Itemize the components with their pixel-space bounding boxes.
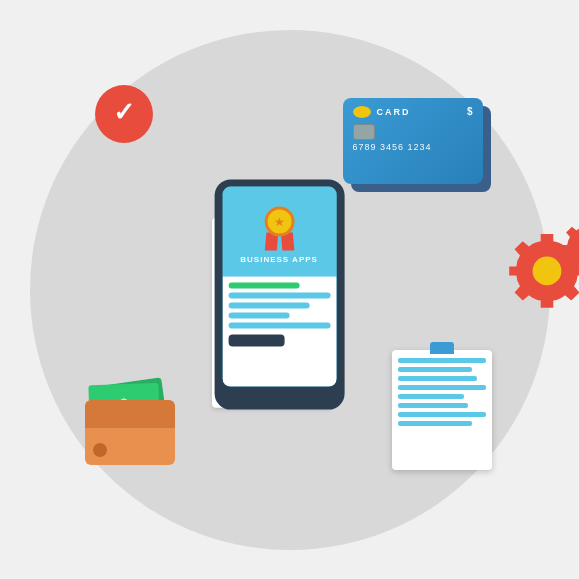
card-label: CARD [377, 107, 411, 117]
gear-small-icon [557, 215, 580, 284]
credit-card-front: CARD $ 6789 3456 1234 [343, 98, 483, 184]
card-oval-icon [353, 106, 371, 118]
checkmark-badge: ✓ [95, 85, 153, 143]
medal-icon: ★ [257, 207, 301, 251]
wallet-flap [85, 400, 175, 428]
doc-line-8 [398, 421, 473, 426]
document [392, 350, 492, 470]
card-number: 6789 3456 1234 [353, 142, 473, 152]
medal-circle: ★ [264, 207, 294, 237]
phone-line-2 [228, 302, 310, 308]
card-top-row: CARD $ [353, 106, 473, 118]
card-chip-area: CARD [353, 106, 411, 118]
doc-line-6 [398, 403, 468, 408]
phone-line-4 [228, 322, 330, 328]
doc-line-5 [398, 394, 464, 399]
phone-app-label: BUSINESS APPS [240, 255, 318, 264]
phone: ★ BUSINESS APPS [214, 179, 344, 409]
phone-line-green [228, 282, 299, 288]
phone-screen-content [222, 276, 336, 386]
medal-star-icon: ★ [274, 215, 285, 229]
doc-line-2 [398, 367, 473, 372]
wallet: $ $ [85, 400, 175, 465]
card-chip-icon [353, 124, 375, 140]
wallet-clasp [93, 443, 107, 457]
checkmark-icon: ✓ [113, 99, 135, 125]
phone-screen: ★ BUSINESS APPS [222, 186, 336, 386]
doc-line-4 [398, 385, 486, 390]
document-clip [430, 342, 454, 354]
card-dollar-sign: $ [467, 106, 473, 117]
phone-line-1 [228, 292, 330, 298]
wallet-body [85, 400, 175, 465]
credit-card: CARD $ 6789 3456 1234 [343, 98, 488, 184]
phone-button [228, 334, 284, 346]
doc-line-1 [398, 358, 486, 363]
phone-line-3 [228, 312, 289, 318]
scene-background: ★ BUSINESS APPS ✓ CAR [30, 30, 550, 550]
doc-line-3 [398, 376, 477, 381]
doc-line-7 [398, 412, 486, 417]
phone-screen-top: ★ BUSINESS APPS [222, 186, 336, 276]
